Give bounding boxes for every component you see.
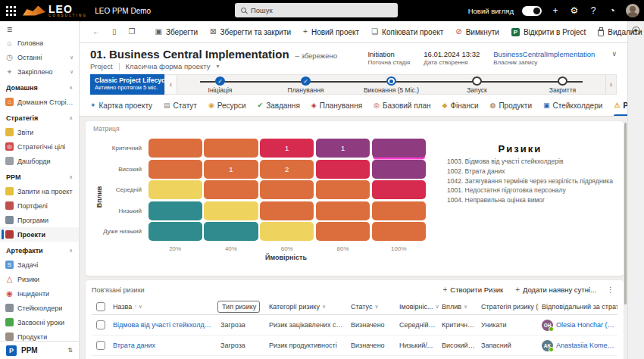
sidebar-item-dashboards[interactable]: Дашборди [0, 154, 79, 168]
cell-name[interactable]: Відмова від участі стейкхолдерів [110, 321, 217, 329]
area-switcher-chevrons-icon[interactable]: ⇅ [67, 347, 73, 354]
copy-project-button[interactable]: ❏Копіювати проект [366, 26, 449, 39]
table-overflow-icon[interactable]: ⋮ [604, 286, 617, 294]
matrix-cell-r0c3[interactable]: 1 [316, 139, 370, 158]
bpf-stage-closure[interactable]: Закриття [520, 75, 605, 94]
sidebar-item-programs[interactable]: Програми [0, 213, 79, 227]
copilot-icon[interactable]: ◔ [607, 5, 617, 16]
matrix-cell-r0c2[interactable]: 1 [260, 139, 314, 158]
bpf-collapse-left-icon[interactable]: ‹ [165, 75, 177, 94]
matrix-cell-r2c3[interactable] [316, 180, 370, 199]
column-header-5[interactable]: Вплив∨ [439, 303, 478, 311]
app-launcher-waffle-icon[interactable] [0, 0, 21, 21]
column-header-7[interactable]: Відповідальний за страт [539, 303, 617, 311]
matrix-cell-r0c1[interactable] [204, 139, 258, 158]
tab-risks[interactable]: ⚠Ризики [614, 95, 627, 116]
matrix-cell-r1c1[interactable]: 1 [204, 160, 258, 179]
tab-tasks[interactable]: ✔Завдання [258, 95, 300, 116]
matrix-cell-r1c0[interactable] [148, 160, 202, 179]
create-risk-button[interactable]: +Створити Ризик [439, 284, 508, 295]
sidebar-item-pinned[interactable]: ⌖Закріплено∨ [0, 64, 79, 79]
sidebar-item-products[interactable]: Продукти [0, 329, 79, 341]
sidebar-item-recent[interactable]: ◷Останні∨ [0, 50, 79, 64]
save-close-button[interactable]: ⊠Зберегти та закрити [205, 26, 296, 39]
open-in-project-button[interactable]: PВідкрити в Project [506, 26, 591, 39]
new-project-button[interactable]: +Новий проект [298, 26, 364, 39]
sitemap-collapse-icon[interactable]: ≡ [0, 21, 79, 36]
deactivate-button[interactable]: ⊘Вимкнути [450, 26, 505, 39]
quick-create-icon[interactable]: + [550, 5, 561, 16]
select-all-checkbox[interactable] [96, 302, 105, 311]
matrix-cell-r3c1[interactable] [204, 201, 258, 220]
bpf-expand-right-icon[interactable]: › [605, 75, 616, 94]
owner-link[interactable]: Anastasiia Komendan... [556, 342, 614, 349]
back-button[interactable]: ← [87, 26, 105, 38]
sidebar-item-lessons-learned[interactable]: Засвоєні уроки [0, 315, 79, 329]
owner-link[interactable]: BusinessCentralImplementation [493, 50, 595, 59]
matrix-cell-r2c0[interactable] [148, 180, 202, 199]
column-header-2[interactable]: Категорії ризику∨ [266, 303, 348, 311]
row-checkbox[interactable] [96, 341, 105, 350]
matrix-cell-r2c1[interactable] [204, 180, 258, 199]
sidebar-item-incidents[interactable]: ◉Інциденти [0, 286, 79, 301]
new-look-toggle[interactable] [522, 6, 542, 16]
nav-group-artifacts-group[interactable]: Артефакти∧ [0, 243, 79, 258]
column-header-3[interactable]: Статус∨ [348, 303, 396, 311]
matrix-cell-r1c3[interactable] [316, 160, 370, 179]
matrix-cell-r2c2[interactable] [260, 180, 314, 199]
nav-group-home-group[interactable]: Домашня∧ [0, 80, 79, 95]
vertical-scrollbar[interactable] [624, 123, 627, 304]
owner-link[interactable]: Olesia Honchar (Не н... [556, 321, 614, 329]
matrix-cell-r4c1[interactable] [204, 222, 258, 241]
popout-button[interactable]: ❐ [123, 26, 141, 38]
add-existing-button[interactable]: +Додати наявну сутні... [511, 284, 601, 295]
tab-charter[interactable]: ▤Статут [164, 95, 197, 116]
bpf-stage-planning[interactable]: ✓Планування [263, 75, 349, 94]
area-switcher[interactable]: P PPM ⇅ [0, 341, 79, 359]
bpf-stage-execution[interactable]: Виконання (5 Міс.) [349, 75, 434, 94]
sidebar-item-reports[interactable]: Звіти [0, 125, 79, 139]
tab-finance[interactable]: ◆Фінанси [442, 95, 479, 116]
sidebar-item-projects[interactable]: Проекти [0, 227, 79, 242]
tab-resources[interactable]: ◉Ресурси [208, 95, 246, 116]
matrix-cell-r3c3[interactable] [316, 201, 370, 220]
bpf-stage-box[interactable]: Classic Project Lifecycle Активно протяг… [90, 74, 164, 95]
matrix-cell-r0c4[interactable] [372, 139, 426, 158]
column-header-1[interactable]: Тип ризику∨ [217, 301, 260, 313]
sidebar-item-strategic-goals[interactable]: ◎Стратегічні цілі [0, 139, 79, 154]
matrix-cell-r3c0[interactable] [148, 201, 202, 220]
help-icon[interactable]: ? [588, 5, 599, 16]
header-collapse-chevron-icon[interactable]: ∨ [611, 50, 617, 58]
tab-project-card[interactable]: ✦Картка проекту [90, 95, 152, 116]
matrix-cell-r4c0[interactable] [148, 222, 202, 241]
sidebar-item-tasks[interactable]: SЗадачі [0, 258, 79, 272]
matrix-cell-r4c4[interactable] [372, 222, 426, 241]
nav-group-ppm-group[interactable]: PPM∧ [0, 170, 79, 184]
tab-stakeholders[interactable]: ▣Стейкхолдери [543, 95, 602, 116]
app-title[interactable]: LEO PPM Demo [95, 7, 151, 15]
column-header-4[interactable]: Імовірніс...∨ [396, 303, 439, 311]
matrix-cell-r3c4[interactable] [372, 201, 426, 220]
tab-products[interactable]: ◍Продукти [490, 95, 532, 116]
delete-button[interactable]: Видалити [592, 26, 644, 39]
sidebar-item-home[interactable]: ⌂Головна [0, 36, 79, 50]
row-checkbox[interactable] [96, 320, 105, 329]
sidebar-item-project-requests[interactable]: Запити на проект [0, 184, 79, 198]
user-avatar[interactable] [626, 4, 639, 17]
matrix-cell-r4c2[interactable] [260, 222, 314, 241]
matrix-cell-r1c4[interactable] [372, 160, 426, 179]
mobile-preview-button[interactable]: ▯ [107, 26, 122, 38]
bpf-stage-launch[interactable]: Запуск [434, 75, 520, 94]
sidebar-item-home-page[interactable]: ⌂Домашня Сторінка [0, 95, 79, 109]
matrix-cell-r0c0[interactable] [148, 139, 202, 158]
matrix-cell-r1c2[interactable]: 2 [260, 160, 314, 179]
matrix-cell-r4c3[interactable] [316, 222, 370, 241]
sidebar-item-portfolios[interactable]: Портфелі [0, 198, 79, 213]
save-button[interactable]: ▣Зберегти [149, 26, 203, 39]
matrix-cell-r2c4[interactable] [372, 180, 426, 199]
matrix-cell-r3c2[interactable] [260, 201, 314, 220]
settings-gear-icon[interactable]: ⚙ [569, 5, 580, 16]
column-header-0[interactable]: Назва↑ ∨ [110, 303, 217, 311]
global-search-input[interactable]: Пошук [235, 3, 398, 17]
form-selector[interactable]: Класична форма проекту [126, 62, 211, 70]
